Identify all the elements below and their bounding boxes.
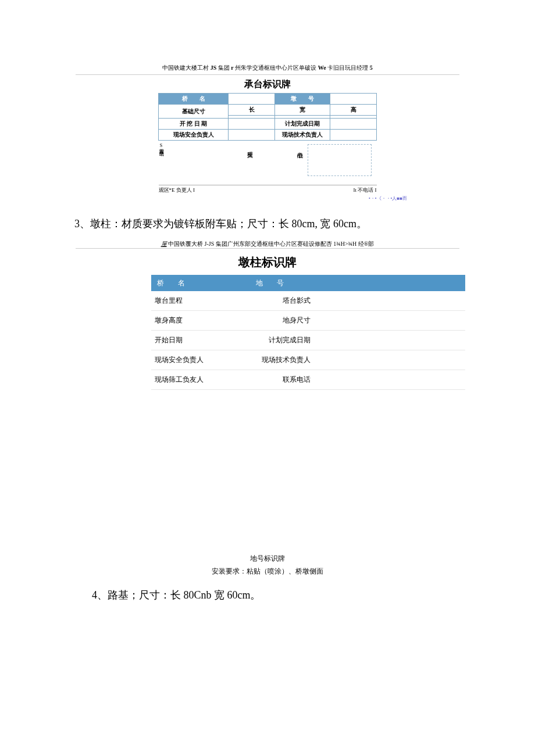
table-row: 基础尺寸 长 宽 高 bbox=[159, 105, 377, 116]
pier-sign-table: 桥名 地号 墩台里程 塔台影式 墩身高度 地身尺寸 开始日期 计划完成日期 现场… bbox=[151, 275, 465, 390]
paragraph-4: 4、路基；尺寸：长 80Cnb 宽 60cm。 bbox=[92, 588, 535, 602]
th-length: 长 bbox=[229, 105, 275, 116]
td bbox=[229, 119, 275, 130]
label: 现场筛工负友人 bbox=[151, 375, 256, 385]
th-plan-date: 计划完成日期 bbox=[275, 119, 330, 130]
label: 墩台里程 bbox=[151, 296, 256, 306]
table-row: 现场筛工负友人 联系电话 bbox=[151, 370, 465, 390]
diag-foot-left: 观区*E 负更人 I bbox=[159, 187, 195, 194]
table1-title: 承台标识牌 bbox=[0, 78, 535, 91]
paragraph-3: 3、墩柱：材质要求为镀锌板附车贴；尺寸：长 80cm, 宽 60cm。 bbox=[74, 217, 535, 231]
th-bridge-name: 桥 名 bbox=[159, 94, 229, 105]
tiny-note: •・•《・・•人■■而 bbox=[0, 195, 407, 202]
td bbox=[229, 94, 275, 105]
table-row: 墩台里程 塔台影式 bbox=[151, 291, 465, 311]
th-tech-lead: 现场技术负责人 bbox=[275, 130, 330, 141]
label: 墩身高度 bbox=[151, 316, 256, 325]
label: 联系电话 bbox=[256, 375, 314, 385]
bottom-block: 地号标识牌 安装要求：粘贴（喷涂）、桥墩侧面 bbox=[0, 553, 535, 578]
layout-diagram: S哨兰布置田 大里程 中心战 bbox=[159, 143, 377, 185]
th-safety-lead: 现场安全负责人 bbox=[159, 130, 229, 141]
divider bbox=[76, 248, 459, 249]
label: 地身尺寸 bbox=[256, 316, 314, 325]
table-row: 现场安全负责人 现场技术负责人 bbox=[159, 130, 377, 141]
table2-title: 墩柱标识牌 bbox=[0, 255, 535, 270]
td bbox=[330, 130, 377, 141]
label: 现场技术负责人 bbox=[256, 355, 314, 365]
table-row: 现场安全负责人 现场技术负责人 bbox=[151, 350, 465, 370]
label: 现场安全负责人 bbox=[151, 355, 256, 365]
th-base-size: 基础尺寸 bbox=[159, 105, 229, 119]
label: 开始日期 bbox=[151, 335, 256, 345]
label: 塔台影式 bbox=[256, 296, 314, 306]
th-height: 高 bbox=[330, 105, 377, 116]
doc-header-2: 屋 中国铁覆大桥 J-JS 集团广州东部交通枢纽中心片区赛硅设修配杏 1¾H>¾… bbox=[0, 240, 535, 248]
th-width: 宽 bbox=[275, 105, 330, 116]
th-bridge-name: 桥名 bbox=[151, 278, 256, 288]
bottom-line-1: 地号标识牌 bbox=[0, 553, 535, 565]
td bbox=[330, 94, 377, 105]
table-row: 墩身高度 地身尺寸 bbox=[151, 311, 465, 331]
td bbox=[330, 119, 377, 130]
diag-foot-right: It 不电话 I bbox=[354, 187, 377, 194]
table-row: 开始日期 计划完成日期 bbox=[151, 331, 465, 350]
table-row: 桥 名 墩 号 bbox=[159, 94, 377, 105]
diag-left-label: S哨兰布置田 bbox=[159, 143, 163, 148]
table-row: 开 挖 日 期 计划完成日期 bbox=[159, 119, 377, 130]
th-pier-no: 地号 bbox=[256, 278, 314, 288]
td bbox=[229, 130, 275, 141]
doc-header-1: 中国铁建大楼工村 JS 集团 r 州朱学交通枢纽中心片区单破设 We 卡旧目玩目… bbox=[0, 64, 535, 72]
th-dig-date: 开 挖 日 期 bbox=[159, 119, 229, 130]
diagram-footer: 观区*E 负更人 I It 不电话 I bbox=[159, 185, 377, 194]
diag-dashed-box bbox=[308, 144, 372, 176]
bottom-line-2: 安装要求：粘贴（喷涂）、桥墩侧面 bbox=[0, 565, 535, 578]
divider bbox=[76, 74, 459, 75]
label: 计划完成日期 bbox=[256, 335, 314, 345]
th-pier-no: 墩 号 bbox=[275, 94, 330, 105]
table-row: 桥名 地号 bbox=[151, 275, 465, 291]
platform-sign-table: 桥 名 墩 号 基础尺寸 长 宽 高 开 挖 日 期 计划完成日期 现场安全负责… bbox=[158, 93, 377, 141]
